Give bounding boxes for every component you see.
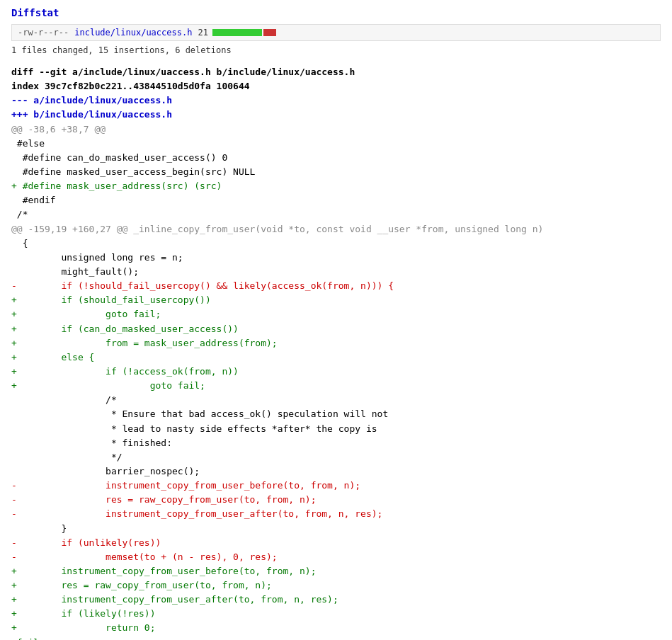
diff-line: + goto fail;	[11, 307, 661, 321]
diff-line: - if (!should_fail_usercopy() && likely(…	[11, 279, 661, 293]
diff-line: * Ensure that bad access_ok() speculatio…	[11, 407, 661, 421]
diff-line: /*	[11, 207, 661, 222]
diff-header-line: --- a/include/linux/uaccess.h	[11, 93, 661, 108]
diff-line: */	[11, 450, 661, 464]
diff-line: barrier_nospec();	[11, 464, 661, 479]
diff-line: @@ -159,19 +160,27 @@ _inline_copy_from_…	[11, 222, 661, 236]
diff-line: + if (likely(!res))	[11, 607, 661, 621]
diff-header-line: @@ -38,6 +38,7 @@	[11, 122, 661, 137]
files-summary: 1 files changed, 15 insertions, 6 deleti…	[11, 45, 661, 55]
diffstat-title: Diffstat	[11, 7, 661, 18]
diff-line: +fail:	[11, 636, 661, 640]
bar-green	[212, 29, 262, 36]
diff-line: {	[11, 236, 661, 251]
file-link[interactable]: include/linux/uaccess.h	[74, 28, 192, 38]
diff-line: might_fault();	[11, 265, 661, 279]
diff-line: * finished:	[11, 436, 661, 450]
diff-line: - instrument_copy_from_user_after(to, fr…	[11, 507, 661, 521]
diff-line: #define masked_user_access_begin(src) NU…	[11, 165, 661, 179]
diff-line: unsigned long res = n;	[11, 251, 661, 265]
diff-line: + if (can_do_masked_user_access())	[11, 322, 661, 336]
diff-line: + goto fail;	[11, 379, 661, 393]
diff-line: #endif	[11, 193, 661, 207]
diff-line: - if (unlikely(res))	[11, 536, 661, 550]
diff-line: + instrument_copy_from_user_before(to, f…	[11, 564, 661, 578]
diff-line: + return 0;	[11, 621, 661, 635]
diff-header-line: +++ b/include/linux/uaccess.h	[11, 108, 661, 122]
diffstat-section: Diffstat -rw-r--r-- include/linux/uacces…	[11, 7, 661, 55]
diff-line: + instrument_copy_from_user_after(to, fr…	[11, 593, 661, 607]
bar-count: 21	[198, 28, 207, 38]
diff-block: diff --git a/include/linux/uaccess.h b/i…	[11, 65, 661, 640]
diff-line: + if (should_fail_usercopy())	[11, 293, 661, 307]
file-perms: -rw-r--r--	[18, 28, 69, 38]
diff-line: #define can_do_masked_user_access() 0	[11, 151, 661, 165]
diff-line: + if (!access_ok(from, n))	[11, 365, 661, 379]
diff-header-line: diff --git a/include/linux/uaccess.h b/i…	[11, 65, 661, 79]
diff-line: #else	[11, 137, 661, 151]
stat-bar: 21	[198, 28, 654, 38]
diff-line: - res = raw_copy_from_user(to, from, n);	[11, 493, 661, 507]
bar-red	[263, 29, 276, 36]
diff-header-line: index 39c7cf82b0c221..43844510d5d0fa 100…	[11, 79, 661, 93]
diff-line: }	[11, 522, 661, 536]
diff-line: * lead to nasty side effects *after* the…	[11, 422, 661, 436]
diff-line: + #define mask_user_address(src) (src)	[11, 179, 661, 193]
diff-line: + res = raw_copy_from_user(to, from, n);	[11, 578, 661, 593]
diff-line: /*	[11, 393, 661, 407]
diff-line: - memset(to + (n - res), 0, res);	[11, 550, 661, 564]
diff-line: + else {	[11, 350, 661, 365]
diff-line: - instrument_copy_from_user_before(to, f…	[11, 479, 661, 493]
file-stat-row: -rw-r--r-- include/linux/uaccess.h 21	[11, 24, 661, 41]
diff-line: + from = mask_user_address(from);	[11, 336, 661, 350]
